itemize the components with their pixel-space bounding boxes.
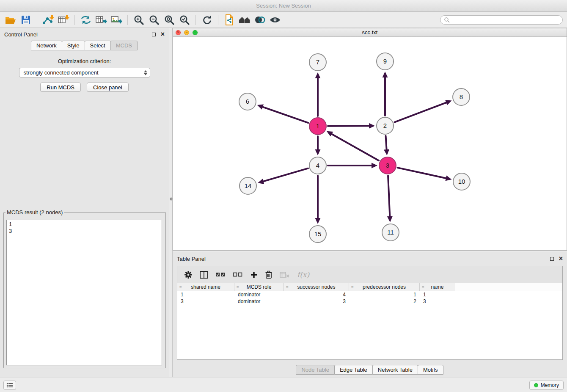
splitter-handle-icon[interactable] bbox=[169, 197, 173, 201]
column-header-predecessor-nodes[interactable]: ≡predecessor nodes bbox=[349, 283, 420, 291]
import-table-file-icon[interactable] bbox=[56, 14, 71, 26]
column-options-icon[interactable]: ≡ bbox=[286, 285, 289, 290]
task-history-button[interactable] bbox=[3, 381, 16, 390]
close-panel-button[interactable]: Close panel bbox=[87, 83, 129, 92]
function-builder-icon[interactable]: f(x) bbox=[297, 271, 309, 279]
delete-table-icon[interactable] bbox=[280, 271, 290, 278]
graph-edge-3-1[interactable] bbox=[332, 134, 379, 161]
search-box[interactable] bbox=[440, 15, 563, 25]
control-panel: Control Panel × NetworkStyleSelectMCDS O… bbox=[0, 28, 169, 377]
tab-mcds[interactable]: MCDS bbox=[110, 41, 138, 50]
tab-style[interactable]: Style bbox=[62, 41, 85, 50]
apply-visual-style-icon[interactable] bbox=[252, 14, 267, 26]
run-mcds-button[interactable]: Run MCDS bbox=[40, 83, 81, 92]
column-options-icon[interactable]: ≡ bbox=[179, 285, 182, 290]
graph-node-10[interactable]: 10 bbox=[453, 173, 470, 190]
graph-edge-3-10[interactable] bbox=[397, 168, 446, 178]
svg-text:15: 15 bbox=[314, 230, 322, 237]
table-cell[interactable]: dominator bbox=[234, 298, 284, 305]
graph-edge-1-6[interactable] bbox=[263, 107, 308, 123]
node-table: f(x) ≡shared name≡MCDS role≡successor no… bbox=[177, 266, 563, 360]
graph-node-11[interactable]: 11 bbox=[382, 224, 399, 241]
table-cell[interactable]: 1 bbox=[420, 291, 455, 298]
graph-edge-2-3[interactable] bbox=[386, 136, 387, 149]
column-options-icon[interactable]: ≡ bbox=[422, 285, 424, 290]
export-image-icon[interactable] bbox=[109, 14, 124, 26]
table-cell[interactable]: 4 bbox=[284, 291, 349, 298]
column-options-icon[interactable]: ≡ bbox=[237, 285, 239, 290]
column-options-icon[interactable]: ≡ bbox=[351, 285, 354, 290]
graph-edge-2-8[interactable] bbox=[394, 102, 446, 122]
table-cell[interactable] bbox=[455, 291, 562, 298]
select-all-rows-icon[interactable] bbox=[215, 272, 226, 278]
delete-column-icon[interactable] bbox=[265, 271, 272, 279]
optimization-dropdown[interactable]: strongly connected component bbox=[19, 68, 150, 77]
import-network-file-icon[interactable] bbox=[41, 14, 56, 26]
deselect-all-rows-icon[interactable] bbox=[233, 272, 243, 278]
minimize-window-icon[interactable]: − bbox=[184, 30, 189, 35]
zoom-out-icon[interactable] bbox=[146, 14, 162, 26]
table-cell[interactable]: 1 bbox=[177, 291, 234, 298]
column-header-mcds-role[interactable]: ≡MCDS role bbox=[234, 283, 284, 291]
dropdown-value: strongly connected component bbox=[24, 69, 99, 76]
table-cell[interactable]: 2 bbox=[349, 298, 420, 305]
table-row[interactable]: 1dominator411 bbox=[177, 291, 562, 298]
tab-edge-table[interactable]: Edge Table bbox=[334, 365, 373, 375]
close-panel-icon[interactable]: × bbox=[161, 32, 165, 37]
network-window-titlebar[interactable]: × − + scc.txt bbox=[173, 28, 567, 37]
tab-node-table[interactable]: Node Table bbox=[296, 365, 335, 375]
save-session-icon[interactable] bbox=[18, 14, 33, 26]
zoom-selected-icon[interactable] bbox=[177, 14, 192, 26]
maximize-window-icon[interactable]: + bbox=[193, 30, 198, 35]
float-panel-icon[interactable] bbox=[152, 33, 156, 36]
graph-node-6[interactable]: 6 bbox=[239, 93, 256, 110]
refresh-view-icon[interactable] bbox=[199, 14, 215, 26]
graph-edge-1-2[interactable] bbox=[328, 126, 369, 126]
graph-node-15[interactable]: 15 bbox=[309, 226, 326, 243]
close-window-icon[interactable]: × bbox=[176, 30, 181, 35]
show-graphics-details-icon[interactable] bbox=[267, 14, 283, 26]
table-cell[interactable]: dominator bbox=[234, 291, 284, 298]
table-row[interactable]: 3dominator323 bbox=[177, 298, 562, 305]
zoom-fit-icon[interactable] bbox=[162, 14, 177, 26]
export-table-icon[interactable] bbox=[94, 14, 109, 26]
graph-node-9[interactable]: 9 bbox=[377, 53, 394, 70]
tab-select[interactable]: Select bbox=[85, 41, 111, 50]
table-cell[interactable]: 3 bbox=[177, 298, 234, 305]
table-cell[interactable]: 3 bbox=[420, 298, 455, 305]
network-canvas[interactable]: 7968124314101511 bbox=[173, 37, 567, 250]
graph-node-4[interactable]: 4 bbox=[309, 157, 326, 174]
memory-button[interactable]: Memory bbox=[529, 381, 564, 390]
column-header-name[interactable]: ≡name bbox=[420, 283, 455, 291]
column-selector-icon[interactable] bbox=[200, 271, 208, 279]
graph-node-8[interactable]: 8 bbox=[453, 88, 470, 105]
table-cell[interactable]: 1 bbox=[349, 291, 420, 298]
graph-node-7[interactable]: 7 bbox=[309, 54, 326, 71]
zoom-in-icon[interactable] bbox=[131, 14, 146, 26]
window-titlebar[interactable]: Session: New Session bbox=[0, 0, 567, 12]
tab-network[interactable]: Network bbox=[31, 41, 62, 50]
graph-node-1[interactable]: 1 bbox=[309, 118, 326, 135]
graph-edge-4-14[interactable] bbox=[263, 168, 308, 182]
settings-gear-icon[interactable] bbox=[184, 271, 193, 279]
table-cell[interactable]: 3 bbox=[284, 298, 349, 305]
open-file-icon[interactable] bbox=[3, 14, 18, 26]
tab-network-table[interactable]: Network Table bbox=[372, 365, 418, 375]
export-network-icon[interactable] bbox=[78, 14, 94, 26]
add-column-icon[interactable] bbox=[250, 271, 258, 279]
float-table-panel-icon[interactable] bbox=[550, 257, 554, 261]
mcds-result-box[interactable]: 13 bbox=[6, 220, 162, 365]
graph-edge-3-11[interactable] bbox=[388, 176, 390, 216]
graph-node-14[interactable]: 14 bbox=[239, 177, 256, 194]
graph-node-2[interactable]: 2 bbox=[377, 117, 394, 134]
graph-node-3[interactable]: 3 bbox=[379, 157, 396, 174]
table-cell[interactable] bbox=[455, 298, 562, 305]
search-input[interactable] bbox=[452, 17, 559, 23]
close-table-panel-icon[interactable]: × bbox=[559, 256, 563, 261]
open-session-file-icon[interactable] bbox=[222, 14, 237, 26]
tab-motifs[interactable]: Motifs bbox=[418, 365, 443, 375]
column-header-successor-nodes[interactable]: ≡successor nodes bbox=[284, 283, 349, 291]
show-network-overview-icon[interactable] bbox=[237, 14, 252, 26]
column-header-shared-name[interactable]: ≡shared name bbox=[177, 283, 234, 291]
vertical-splitter[interactable] bbox=[169, 28, 173, 377]
